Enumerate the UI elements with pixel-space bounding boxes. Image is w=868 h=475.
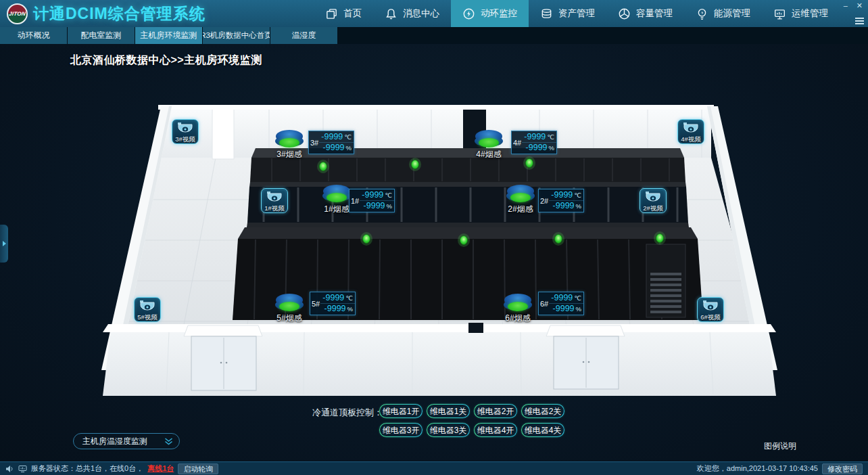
server-icon [18,465,27,473]
tab-power-room[interactable]: 配电室监测 [68,27,135,44]
tab-main-room-env[interactable]: 主机房环境监测 [135,27,202,44]
nav-label: 容量管理 [636,7,673,20]
change-password-button[interactable]: 修改密码 [822,463,863,474]
sensor-id: 4# [512,139,522,147]
nav-item-messages[interactable]: 消息中心 [373,0,451,27]
relay-3-off-button[interactable]: 维电器3关 [427,423,470,437]
close-button[interactable]: ✕ [857,1,863,9]
monitor-type-dropdown[interactable]: 主机房温湿度监测 [73,433,180,449]
tab-bar: 动环概况 配电室监测 主机房环境监测 R3机房数据中心首页 温湿度 [0,27,868,44]
temp-unit: ℃ [345,293,353,303]
temp-value: -9999 [551,190,573,200]
humidity-value: -9999 [553,201,575,211]
smoke-sensor-5[interactable]: 5#烟感 [270,294,308,324]
relay-4-off-button[interactable]: 维电器4关 [521,423,564,437]
humidity-unit: % [387,201,392,211]
relay-2-off-button[interactable]: 维电器2关 [521,404,564,418]
sensor-id: 1# [349,197,360,205]
status-bar: 服务器状态：总共1台，在线0台， 离线1台 启动轮询 欢迎您，admin,202… [0,461,868,475]
nav-item-assets[interactable]: 资产管理 [529,0,606,27]
temp-unit: ℃ [385,190,392,200]
expand-arrow-icon [3,241,6,246]
page-title: 北京酒仙桥数据中心>>主机房环境监测 [70,53,262,68]
smoke-sensor-icon [504,294,532,312]
nav-item-energy[interactable]: 能源管理 [684,0,762,27]
temp-unit: ℃ [574,293,581,303]
smoke-sensor-icon [275,294,304,312]
jiton-logo: JITON [7,3,28,24]
bell-icon [385,7,397,20]
nav-item-env-monitoring[interactable]: 动环监控 [451,0,529,27]
nav-label: 消息中心 [403,7,439,20]
smoke-sensor-icon [275,130,304,148]
camera-label: 6#视频 [700,313,721,321]
start-poll-button[interactable]: 启动轮询 [178,463,218,474]
humidity-unit: % [576,201,581,211]
camera-icon [266,191,283,204]
database-icon [540,7,553,20]
tab-env-overview[interactable]: 动环概况 [0,27,67,44]
camera-widget-3[interactable]: 3#视频 [172,119,199,144]
camera-icon [176,122,194,135]
capacity-icon [618,7,631,20]
temp-humidity-readout-4: 4# -9999℃ -9999% [511,131,557,154]
humidity-value: -9999 [553,304,575,314]
camera-widget-1[interactable]: 1#视频 [261,188,288,213]
relay-1-off-button[interactable]: 维电器1关 [427,404,470,418]
smoke-sensor-icon [506,185,535,203]
camera-widget-2[interactable]: 2#视频 [640,188,667,213]
sensor-id: 5# [310,300,320,308]
menu-icon[interactable] [855,18,864,24]
relay-1-on-button[interactable]: 维电器1开 [379,404,423,418]
smoke-sensor-label: 5#烟感 [270,313,308,324]
chevron-down-icon [164,438,173,445]
relay-2-on-button[interactable]: 维电器2开 [474,404,517,418]
bulb-icon [696,7,708,20]
humidity-unit: % [576,304,581,314]
humidity-value: -9999 [324,304,346,314]
camera-widget-5[interactable]: 5#视频 [134,297,161,322]
main-nav: 首页 消息中心 动环监控 资产管理 容量管理 能源管理 [314,0,840,27]
humidity-value: -9999 [526,143,548,153]
tab-r3-datacenter-home[interactable]: R3机房数据中心首页 [203,27,270,44]
nav-item-capacity[interactable]: 容量管理 [606,0,684,27]
smoke-sensor-6[interactable]: 6#烟感 [499,294,537,324]
smoke-sensor-label: 4#烟感 [470,149,508,160]
temp-humidity-readout-6: 6# -9999℃ -9999% [538,292,584,315]
sidebar-expand-handle[interactable] [0,225,8,263]
brand: JITON 计通DCIM综合管理系统 [0,3,206,24]
legend-link[interactable]: 图例说明 [764,440,796,452]
relay-4-on-button[interactable]: 维电器4开 [474,423,517,437]
smoke-sensor-4[interactable]: 4#烟感 [470,130,508,160]
nav-label: 首页 [343,7,362,20]
smoke-sensor-2[interactable]: 2#烟感 [502,185,539,215]
window-controls: – ✕ [844,1,863,9]
lightning-icon [462,7,475,20]
tab-temp-humidity[interactable]: 温湿度 [270,27,337,44]
relay-3-on-button[interactable]: 维电器3开 [379,423,423,437]
dropdown-value: 主机房温湿度监测 [82,436,147,447]
minimize-button[interactable]: – [844,1,848,9]
smoke-sensor-icon [475,130,503,148]
speaker-icon[interactable] [5,465,14,473]
camera-label: 3#视频 [175,135,195,143]
nav-item-ops[interactable]: 运维管理 [762,0,840,27]
temp-value: -9999 [362,190,383,200]
humidity-value: -9999 [364,201,385,211]
logo-text: JITON [8,11,26,17]
temp-value: -9999 [551,293,573,303]
camera-widget-4[interactable]: 4#视频 [677,119,704,144]
humidity-unit: % [549,143,554,153]
humidity-unit: % [347,304,353,314]
app-header: JITON 计通DCIM综合管理系统 首页 消息中心 动环监控 资产管理 [0,0,868,27]
camera-widget-6[interactable]: 6#视频 [697,297,724,322]
sensor-id: 3# [309,139,319,147]
temp-unit: ℃ [547,132,554,142]
offline-count[interactable]: 离线1台 [147,463,174,474]
camera-label: 2#视频 [643,204,663,212]
dcim-app: JITON 计通DCIM综合管理系统 首页 消息中心 动环监控 资产管理 [0,0,868,475]
nav-label: 能源管理 [714,7,750,20]
app-title: 计通DCIM综合管理系统 [33,3,206,24]
nav-item-home[interactable]: 首页 [314,0,373,27]
smoke-sensor-3[interactable]: 3#烟感 [270,130,308,160]
